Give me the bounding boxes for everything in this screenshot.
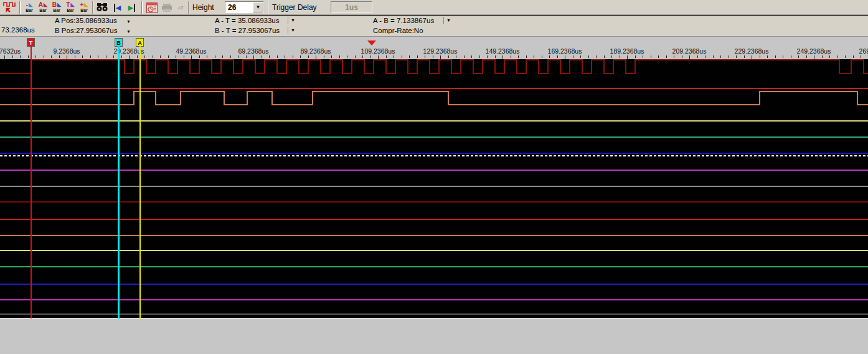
ruler-tick-label: 69.2368us <box>238 47 268 55</box>
trigger-delay-marker-icon[interactable] <box>367 41 376 45</box>
ruler-tick <box>199 55 200 58</box>
a-bar-button[interactable]: A◣Bar <box>37 1 50 14</box>
ruler-tick <box>51 55 52 58</box>
ruler-tick-label: 109.2368us <box>361 47 395 55</box>
ruler-tick-label: 9.2368us <box>53 47 80 55</box>
ruler-tick <box>409 55 410 58</box>
ruler-tick <box>113 55 114 58</box>
ruler-tick <box>168 55 169 58</box>
b-minus-t-readout: B - T = 27.953067us <box>215 27 280 34</box>
ruler-tick <box>588 55 589 58</box>
ruler-tick <box>798 55 799 58</box>
ruler-tick <box>90 55 91 58</box>
bottom-status-panel <box>0 318 868 354</box>
bar-button-group: -◣BarA◣BarB◣BarT◣Bar+◣Bar <box>22 1 91 14</box>
b-minus-t-dropdown[interactable]: ▼ <box>288 27 298 34</box>
jump-to-left-marker-button[interactable]: ◀ <box>111 1 124 14</box>
timing-window-button[interactable] <box>145 1 159 14</box>
compr-rate-readout: Compr-Rate:No <box>373 27 423 34</box>
waveform-cursor-tool-button[interactable] <box>2 1 18 14</box>
ruler-tick <box>853 55 854 58</box>
ruler-tick <box>767 55 768 58</box>
ruler-tick <box>495 55 496 58</box>
ruler-tick <box>285 55 285 58</box>
ruler-tick <box>339 55 340 58</box>
cursor-line-B[interactable] <box>118 46 120 319</box>
chevron-down-icon[interactable]: ▼ <box>253 2 263 12</box>
ruler-tick <box>620 55 620 58</box>
ruler-tick <box>682 55 682 58</box>
trigger-delay-field[interactable]: 1us <box>331 1 372 13</box>
a-minus-b-dropdown[interactable]: ▼ <box>443 17 453 24</box>
ruler-tick <box>557 55 558 58</box>
ruler-tick <box>448 55 449 58</box>
ruler-tick-label: 89.2368us <box>300 47 331 55</box>
waveform-display-area[interactable] <box>0 59 868 318</box>
bar-button-glyph: A◣ <box>39 2 47 8</box>
t-bar-button[interactable]: T◣Bar <box>64 1 77 14</box>
ruler-tick <box>760 55 760 58</box>
ruler-tick <box>791 55 791 58</box>
ruler-tick <box>277 55 278 58</box>
compare-button[interactable]: ▵▿ <box>174 1 187 14</box>
ruler-tick <box>144 55 145 58</box>
ruler-tick <box>549 55 550 58</box>
a-minus-t-dropdown[interactable]: ▼ <box>288 17 298 24</box>
bar-button-glyph: B◣ <box>52 2 61 8</box>
a-minus-t-readout: A - T = 35.086933us <box>215 17 279 24</box>
ruler-tick <box>184 55 184 58</box>
ruler-tick-label: -10.7632us <box>0 47 21 55</box>
bar-glyph: A <box>39 2 43 8</box>
time-ruler[interactable]: -10.7632us9.2368us29.2368us49.2368us69.2… <box>0 36 868 59</box>
ruler-tick <box>635 55 636 58</box>
plus-bar-button[interactable]: +◣Bar <box>78 1 91 14</box>
ruler-tick <box>643 55 643 58</box>
b-bar-button[interactable]: B◣Bar <box>50 1 64 14</box>
ruler-tick <box>775 55 776 58</box>
marker-A[interactable]: A <box>136 38 144 47</box>
ruler-tick <box>121 55 122 58</box>
waveform-cursor-icon <box>3 1 17 14</box>
ruler-tick-label: 49.2368us <box>176 47 206 55</box>
toolbar-separator <box>188 1 189 14</box>
ruler-tick <box>713 55 714 58</box>
ruler-tick <box>580 55 581 58</box>
ruler-tick-label: 169.2368us <box>548 47 582 55</box>
ruler-tick <box>238 55 238 58</box>
ruler-tick-label: 229.2368us <box>735 47 769 55</box>
cursor-line-T[interactable] <box>31 46 32 318</box>
toolbar-separator <box>19 1 21 14</box>
trigger-delay-label: Trigger Delay <box>272 3 317 12</box>
compare-icon: ▵▿ <box>177 4 183 11</box>
ruler-tick <box>44 55 44 58</box>
bar-arrow-icon: ◣ <box>84 2 88 7</box>
marker-B[interactable]: B <box>115 38 123 47</box>
ruler-tick <box>331 55 332 58</box>
minus-bar-button[interactable]: -◣Bar <box>23 1 36 14</box>
height-select[interactable]: 26 ▼ <box>225 1 264 13</box>
jump-left-icon: ◀ <box>114 4 121 12</box>
cursor-line-A[interactable] <box>139 46 141 319</box>
ruler-tick <box>720 55 721 58</box>
ruler-tick <box>425 55 425 58</box>
ruler-tick <box>12 55 13 58</box>
ruler-tick <box>215 55 215 58</box>
ruler-tick <box>28 55 29 58</box>
ruler-tick <box>347 55 347 58</box>
ruler-tick <box>308 55 309 58</box>
ruler-tick <box>697 55 698 58</box>
ruler-tick <box>402 55 402 58</box>
jump-to-right-marker-button[interactable]: ▶ <box>125 1 138 14</box>
b-pos-dropdown-icon[interactable]: ▼ <box>126 29 131 34</box>
print-button[interactable] <box>160 1 174 14</box>
ruler-tick <box>355 55 356 58</box>
ruler-tick <box>518 55 519 58</box>
ruler-tick <box>829 55 830 58</box>
ruler-tick-label: 249.2368us <box>797 47 831 55</box>
a-pos-dropdown-icon[interactable]: ▼ <box>126 19 131 24</box>
ruler-tick <box>293 55 293 58</box>
search-button[interactable] <box>95 1 109 14</box>
marker-T[interactable]: T <box>27 38 35 47</box>
ruler-tick <box>837 55 838 58</box>
ruler-tick <box>386 55 387 58</box>
